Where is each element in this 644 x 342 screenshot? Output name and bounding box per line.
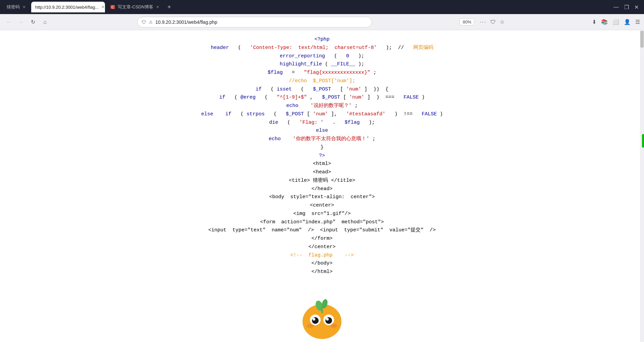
- title-bar: 猜密码 ✕ http://10.9.20.2:3001/web4/flag...…: [0, 0, 644, 14]
- code-line-1: <?php: [0, 36, 644, 44]
- code-line-3: error_reporting ( 0 );: [0, 52, 644, 61]
- code-line-2: header ( 'Content-Type: text/html; chars…: [0, 44, 644, 52]
- csdn-icon: C: [110, 5, 115, 9]
- new-tab-button[interactable]: +: [165, 4, 174, 11]
- code-line-11: die ( 'Flag: ' . $flag );: [0, 119, 644, 127]
- lock-icon: ⚠: [149, 20, 153, 24]
- code-line-5: $flag = "flag{xxxxxxxxxxxxxx}" ;: [0, 69, 644, 77]
- bookmark-icon[interactable]: ☆: [500, 19, 504, 25]
- svg-rect-3: [321, 306, 323, 313]
- code-line-28: </body>: [0, 260, 644, 268]
- code-line-15: ?>: [0, 152, 644, 160]
- green-dot-indicator: [642, 134, 644, 148]
- maximize-button[interactable]: ❐: [624, 4, 629, 10]
- close-button[interactable]: ✕: [634, 4, 639, 10]
- code-line-4: highlight_file ( __FILE__ );: [0, 60, 644, 69]
- tab-flag-close[interactable]: ✕: [101, 5, 105, 9]
- minimize-button[interactable]: —: [613, 4, 619, 10]
- code-line-23: <form action="index.php" method="post">: [0, 218, 644, 227]
- code-line-14: }: [0, 144, 644, 152]
- sidebar-toggle[interactable]: ⬜: [612, 19, 619, 25]
- code-line-22: <img src="1.gif"/>: [0, 210, 644, 218]
- tab-mima-label: 猜密码: [7, 4, 20, 10]
- svg-point-10: [307, 324, 314, 328]
- toolbar-right: ⬇ 📚 ⬜ 👤 ☰: [592, 19, 640, 25]
- forward-button[interactable]: →: [16, 17, 25, 27]
- code-line-6: //echo $_POST['num'];: [0, 77, 644, 86]
- address-text: 10.9.20.2:3001/web4/flag.php: [155, 19, 368, 25]
- code-line-7: if ( isset ( $_POST [ 'num' ] )) {: [0, 86, 644, 94]
- tab-csdn[interactable]: C 写文章-CSDN博客 ✕: [106, 2, 163, 12]
- back-button[interactable]: ←: [4, 17, 13, 27]
- zoom-level[interactable]: 80%: [460, 18, 474, 25]
- code-line-27: <!-- flag.php -->: [0, 251, 644, 260]
- code-line-17: <head>: [0, 168, 644, 177]
- home-button[interactable]: ⌂: [40, 17, 50, 27]
- address-input-wrapper[interactable]: 🛡 ⚠ 10.9.20.2:3001/web4/flag.php: [137, 17, 372, 27]
- code-line-29: </html>: [0, 268, 644, 276]
- code-line-26: </center>: [0, 243, 644, 251]
- svg-point-11: [330, 324, 337, 328]
- tab-mima-close[interactable]: ✕: [22, 5, 26, 9]
- tab-flag[interactable]: http://10.9.20.2:3001/web4/flag... ✕: [31, 2, 105, 12]
- browser-frame: 猜密码 ✕ http://10.9.20.2:3001/web4/flag...…: [0, 0, 644, 342]
- emoji-face-container: [0, 286, 644, 340]
- code-line-8: if ( @ereg ( "^[1-9]+$" , $_POST [ 'num'…: [0, 94, 644, 102]
- svg-point-6: [313, 318, 315, 321]
- code-line-12: else: [0, 127, 644, 135]
- reload-button[interactable]: ↻: [28, 17, 38, 27]
- address-bar: ← → ↻ ⌂ 🛡 ⚠ 10.9.20.2:3001/web4/flag.php…: [0, 14, 644, 30]
- profile-icon[interactable]: 👤: [624, 19, 631, 25]
- toolbar-icons: ··· 🛡 ☆: [480, 19, 504, 25]
- emoji-face-svg: [295, 286, 349, 340]
- svg-point-5: [312, 317, 319, 324]
- library-icon[interactable]: 📚: [601, 19, 608, 25]
- svg-point-8: [325, 317, 332, 324]
- code-line-16: <html>: [0, 160, 644, 168]
- svg-point-9: [326, 318, 329, 321]
- code-area: <?php header ( 'Content-Type: text/html;…: [0, 30, 644, 342]
- code-line-25: </form>: [0, 235, 644, 243]
- code-line-10: else if ( strpos ( $_POST [ 'num' ], '#t…: [0, 110, 644, 119]
- code-line-20: <body style="text-align: center">: [0, 193, 644, 202]
- download-icon[interactable]: ⬇: [592, 19, 596, 25]
- code-line-19: </head>: [0, 185, 644, 193]
- pocket-icon[interactable]: 🛡: [490, 19, 496, 25]
- code-line-18: <title> 猜密码 </title>: [0, 177, 644, 185]
- code-line-13: echo '你的数字不太符合我的心意哦！' ;: [0, 135, 644, 144]
- tab-flag-label: http://10.9.20.2:3001/web4/flag...: [35, 5, 99, 10]
- code-line-21: <center>: [0, 202, 644, 210]
- menu-icon[interactable]: ☰: [635, 19, 640, 25]
- more-button[interactable]: ···: [480, 19, 486, 25]
- shield-icon: 🛡: [142, 19, 146, 25]
- php-open-tag: <?php: [314, 37, 329, 42]
- tab-csdn-label: 写文章-CSDN博客: [118, 4, 153, 10]
- code-line-9: echo '说好的数字呢？' ;: [0, 102, 644, 110]
- code-line-24: <input type="text" name="num" /> <input …: [0, 226, 644, 235]
- scrollbar-thumb[interactable]: [640, 31, 644, 48]
- header-fn: header: [211, 45, 229, 51]
- right-scrollbar[interactable]: [640, 30, 644, 342]
- tab-csdn-close[interactable]: ✕: [156, 5, 159, 9]
- window-controls: — ❐ ✕: [613, 4, 641, 10]
- tab-mima[interactable]: 猜密码 ✕: [3, 2, 30, 12]
